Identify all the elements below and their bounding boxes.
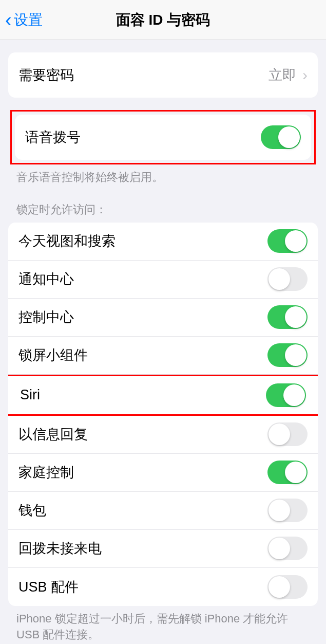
locked-access-toggle[interactable]	[267, 229, 308, 253]
voice-dial-footer: 音乐语音控制将始终被启用。	[0, 164, 326, 186]
locked-access-row[interactable]: 以信息回复	[8, 416, 318, 454]
navigation-bar: ‹ 设置 面容 ID 与密码	[0, 0, 326, 40]
locked-access-label: 今天视图和搜索	[18, 232, 116, 250]
locked-access-row[interactable]: 今天视图和搜索	[8, 223, 318, 261]
locked-access-toggle[interactable]	[267, 537, 308, 560]
locked-access-toggle[interactable]	[266, 383, 306, 407]
locked-access-row[interactable]: 控制中心	[8, 299, 318, 337]
locked-access-label: 回拨未接来电	[18, 539, 102, 558]
require-passcode-row[interactable]: 需要密码 立即 ›	[8, 52, 318, 98]
voice-dial-group: 语音拨号	[15, 115, 311, 160]
locked-access-label: 以信息回复	[18, 425, 88, 444]
voice-dial-toggle[interactable]	[261, 125, 301, 149]
chevron-left-icon: ‹	[5, 10, 12, 30]
locked-access-toggle[interactable]	[267, 267, 308, 291]
locked-access-label: USB 配件	[18, 578, 79, 596]
locked-access-label: 控制中心	[18, 308, 74, 326]
require-passcode-value: 立即 ›	[269, 66, 308, 84]
locked-access-group: 今天视图和搜索通知中心控制中心锁屏小组件Siri以信息回复家庭控制钱包回拨未接来…	[8, 223, 318, 606]
toggle-knob	[283, 384, 305, 406]
locked-access-toggle[interactable]	[267, 461, 308, 484]
locked-access-label: 钱包	[18, 501, 46, 520]
locked-access-row[interactable]: 通知中心	[8, 261, 318, 299]
toggle-knob	[269, 500, 290, 521]
passcode-group: 需要密码 立即 ›	[8, 52, 318, 98]
voice-dial-label: 语音拨号	[25, 128, 81, 146]
toggle-knob	[285, 230, 306, 252]
toggle-knob	[285, 306, 306, 328]
back-label: 设置	[14, 10, 43, 30]
locked-access-row[interactable]: Siri	[8, 375, 318, 416]
voice-dial-highlight: 语音拨号	[10, 110, 316, 164]
back-button[interactable]: ‹ 设置	[5, 10, 43, 30]
locked-access-label: Siri	[20, 387, 40, 403]
toggle-knob	[269, 268, 290, 290]
toggle-knob	[269, 576, 290, 598]
locked-access-row[interactable]: 锁屏小组件	[8, 337, 318, 375]
locked-access-toggle[interactable]	[267, 575, 308, 599]
locked-access-label: 家庭控制	[18, 463, 74, 482]
toggle-knob	[285, 344, 306, 366]
locked-access-toggle[interactable]	[267, 422, 308, 446]
voice-dial-row[interactable]: 语音拨号	[15, 115, 311, 160]
require-passcode-label: 需要密码	[18, 66, 74, 84]
toggle-knob	[285, 462, 306, 483]
locked-access-label: 锁屏小组件	[18, 346, 88, 364]
chevron-right-icon: ›	[302, 66, 308, 84]
locked-access-toggle[interactable]	[267, 499, 308, 522]
locked-access-row[interactable]: 回拨未接来电	[8, 530, 318, 568]
content: 需要密码 立即 › 语音拨号 音乐语音控制将始终被启用。 锁定时允许访问： 今天…	[0, 52, 326, 642]
usb-footer: iPhone 锁定超过一小时后，需先解锁 iPhone 才能允许 USB 配件连…	[0, 606, 326, 643]
toggle-knob	[269, 424, 290, 445]
locked-access-label: 通知中心	[18, 270, 74, 288]
locked-access-row[interactable]: 钱包	[8, 492, 318, 530]
toggle-knob	[278, 126, 300, 148]
toggle-knob	[269, 538, 290, 559]
locked-access-row[interactable]: USB 配件	[8, 568, 318, 606]
page-title: 面容 ID 与密码	[0, 10, 326, 30]
locked-access-header: 锁定时允许访问：	[0, 186, 326, 223]
locked-access-toggle[interactable]	[267, 343, 308, 367]
locked-access-row[interactable]: 家庭控制	[8, 454, 318, 492]
locked-access-toggle[interactable]	[267, 305, 308, 329]
